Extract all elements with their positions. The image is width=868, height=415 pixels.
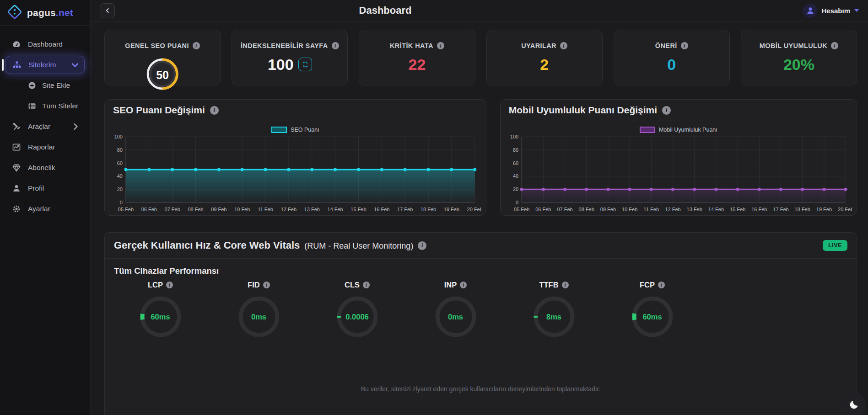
info-icon[interactable]: i — [658, 282, 665, 288]
stat-label: ÖNERİ — [655, 42, 677, 49]
sidebar-item-abonelik[interactable]: Abonelik — [5, 159, 85, 177]
stat-label: GENEL SEO PUANI — [125, 42, 189, 49]
stat-card-suggestions: ÖNERİi 0 — [614, 30, 730, 85]
info-icon[interactable]: i — [681, 42, 688, 49]
svg-text:13 Feb: 13 Feb — [686, 207, 702, 212]
svg-text:08 Feb: 08 Feb — [188, 207, 203, 212]
sidebar-item-dashboard[interactable]: Dashboard — [5, 35, 85, 53]
gear-icon — [12, 204, 21, 213]
refresh-icon — [302, 61, 309, 68]
stat-value: 0 — [667, 57, 676, 72]
stat-label: İNDEKSLENEBİLİR SAYFA — [241, 42, 328, 49]
svg-text:17 Feb: 17 Feb — [773, 207, 788, 212]
stats-row: GENEL SEO PUANIi 50 İNDEKSLENEBİLİR SAYF… — [104, 30, 857, 85]
svg-text:60: 60 — [513, 160, 518, 166]
theme-toggle-button[interactable] — [841, 392, 866, 415]
svg-text:12 Feb: 12 Feb — [281, 207, 297, 212]
svg-text:16 Feb: 16 Feb — [374, 207, 389, 212]
info-icon[interactable]: i — [460, 282, 467, 288]
info-icon[interactable]: i — [210, 106, 219, 115]
sidebar-item-araclar[interactable]: Araçlar — [5, 117, 85, 136]
stat-card-warnings: UYARILARi 2 — [486, 30, 603, 85]
seo-score-chart-card: SEO Puanı Değişimii SEO Puanı 0204060801… — [104, 99, 486, 216]
info-icon[interactable]: i — [166, 282, 173, 288]
svg-text:09 Feb: 09 Feb — [211, 207, 226, 212]
rum-section-title: Tüm Cihazlar Performansı — [105, 266, 857, 276]
seo-score-line-chart[interactable]: 02040608010005 Feb06 Feb07 Feb08 Feb09 F… — [109, 133, 481, 214]
plus-circle-icon — [27, 81, 37, 90]
sidebar-nav: Dashboard Sitelerim Site Ekle Tüm Sitele… — [0, 26, 90, 220]
chevron-right-icon — [71, 122, 80, 131]
back-button[interactable] — [100, 3, 115, 18]
stat-label: MOBİL UYUMLULUK — [760, 42, 827, 49]
rum-note: Bu veriler, sitenizi ziyaret eden gerçek… — [105, 385, 857, 393]
svg-text:0: 0 — [120, 200, 123, 205]
caret-down-icon — [854, 9, 859, 12]
svg-text:40: 40 — [117, 173, 123, 179]
info-icon[interactable]: i — [831, 42, 838, 49]
info-icon[interactable]: i — [662, 106, 671, 115]
user-icon — [12, 184, 21, 193]
svg-text:18 Feb: 18 Feb — [421, 207, 436, 212]
brand[interactable]: pagus.net — [0, 0, 90, 26]
vital-lcp: LCPi 60ms — [111, 281, 210, 339]
sidebar: pagus.net Dashboard Sitelerim Site Ekle … — [0, 0, 91, 415]
svg-text:20 Feb: 20 Feb — [838, 207, 852, 212]
vital-fid: FIDi 0ms — [210, 281, 308, 339]
refresh-button[interactable] — [298, 58, 312, 71]
sidebar-item-raporlar[interactable]: Raporlar — [5, 138, 85, 156]
sitemap-icon — [12, 60, 22, 69]
rum-card: Gerçek Kullanıcı Hız & Core Web Vitals (… — [104, 232, 857, 415]
svg-text:06 Feb: 06 Feb — [141, 207, 157, 212]
moon-icon — [848, 400, 858, 410]
stat-card-mobile-compat: MOBİL UYUMLULUKi 20% — [741, 30, 857, 85]
info-icon[interactable]: i — [363, 282, 370, 288]
gem-icon — [12, 163, 21, 172]
info-icon[interactable]: i — [562, 282, 569, 288]
svg-text:20: 20 — [117, 186, 123, 192]
svg-text:20: 20 — [513, 186, 518, 192]
dashboard-content: GENEL SEO PUANIi 50 İNDEKSLENEBİLİR SAYF… — [91, 21, 868, 415]
chart-legend[interactable]: SEO Puanı — [109, 127, 481, 133]
vital-ttfb: TTFBi 8ms — [505, 281, 603, 339]
mobile-score-line-chart[interactable]: 02040608010005 Feb06 Feb07 Feb08 Feb09 F… — [505, 133, 852, 214]
svg-text:100: 100 — [114, 134, 123, 139]
rum-subtitle: (RUM - Real User Monitoring) — [304, 241, 413, 251]
info-icon[interactable]: i — [263, 282, 270, 288]
svg-text:07 Feb: 07 Feb — [557, 207, 572, 212]
topbar: Dashboard Hesabım — [91, 0, 868, 21]
stat-card-critical-errors: KRİTİK HATAi 22 — [359, 30, 475, 85]
sidebar-item-site-ekle[interactable]: Site Ekle — [5, 76, 85, 95]
sidebar-item-ayarlar[interactable]: Ayarlar — [5, 200, 85, 218]
svg-text:11 Feb: 11 Feb — [643, 207, 658, 212]
svg-text:05 Feb: 05 Feb — [118, 207, 134, 212]
sidebar-item-sitelerim[interactable]: Sitelerim — [5, 56, 85, 74]
chart-legend[interactable]: Mobil Uyumluluk Puanı — [505, 127, 852, 133]
svg-text:20 Feb: 20 Feb — [467, 207, 481, 212]
svg-text:17 Feb: 17 Feb — [397, 207, 413, 212]
svg-text:06 Feb: 06 Feb — [535, 207, 551, 212]
sidebar-item-profil[interactable]: Profil — [5, 179, 85, 197]
live-badge: LIVE — [823, 240, 847, 251]
info-icon[interactable]: i — [560, 42, 567, 49]
stat-label: UYARILAR — [521, 42, 556, 49]
stat-label: KRİTİK HATA — [390, 42, 433, 49]
sidebar-item-tum-siteler[interactable]: Tüm Siteler — [5, 97, 85, 115]
stat-value: 100 — [268, 57, 294, 72]
speedometer-icon — [12, 40, 21, 49]
svg-text:15 Feb: 15 Feb — [730, 207, 745, 212]
info-icon[interactable]: i — [437, 42, 444, 49]
main-area: Dashboard Hesabım GENEL SEO PUANIi 50 — [91, 0, 868, 415]
chevron-left-icon — [104, 7, 111, 14]
info-icon[interactable]: i — [418, 241, 426, 250]
info-icon[interactable]: i — [193, 42, 200, 49]
avatar — [803, 4, 817, 18]
svg-text:10 Feb: 10 Feb — [622, 207, 637, 212]
svg-text:80: 80 — [117, 147, 123, 153]
info-icon[interactable]: i — [332, 42, 339, 49]
tools-icon — [12, 122, 21, 131]
svg-text:12 Feb: 12 Feb — [665, 207, 680, 212]
account-menu[interactable]: Hesabım — [803, 4, 859, 18]
svg-text:0: 0 — [516, 200, 518, 205]
stat-value: 20% — [783, 57, 814, 72]
